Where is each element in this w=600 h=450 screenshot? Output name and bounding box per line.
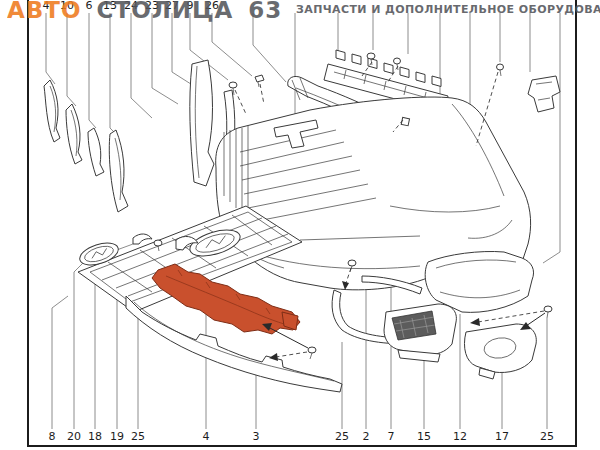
part-number-label[interactable]: 17 <box>495 431 509 443</box>
part-number-label[interactable]: 2 <box>363 431 370 443</box>
parts-diagram-image: 410613242327926 82018192543252715121725 … <box>0 0 600 450</box>
screw-icon <box>308 347 316 359</box>
part-number-label[interactable]: 18 <box>88 431 102 443</box>
watermark-brand-avto: АВТО <box>7 0 82 23</box>
part-number-label[interactable]: 12 <box>453 431 467 443</box>
nut-icon <box>401 117 409 125</box>
exploded-view-drawing <box>0 0 600 450</box>
part-corner-cover <box>425 251 533 312</box>
part-number-label[interactable]: 15 <box>417 431 431 443</box>
screw-icon <box>544 306 552 318</box>
part-number-label[interactable]: 25 <box>335 431 349 443</box>
watermark-tagline: ЗАПЧАСТИ И ДОПОЛНИТЕЛЬНОЕ ОБОРУДОВАНИЕ <box>296 3 600 16</box>
part-number-label[interactable]: 7 <box>388 431 395 443</box>
part-fog-bezel-left <box>384 304 456 362</box>
part-number-label[interactable]: 25 <box>540 431 554 443</box>
part-number-label[interactable]: 20 <box>67 431 81 443</box>
watermark-brand-stolitsa: СТОЛИЦА <box>97 0 234 23</box>
part-number-label[interactable]: 25 <box>131 431 145 443</box>
clip-icon <box>255 75 264 87</box>
part-side-trim-strips <box>44 80 128 212</box>
watermark-logo: АВТО СТОЛИЦА 63 <box>7 0 282 23</box>
part-number-label[interactable]: 19 <box>110 431 124 443</box>
part-fog-bezel-right <box>464 324 536 379</box>
part-number-label[interactable]: 3 <box>253 431 260 443</box>
part-number-label[interactable]: 4 <box>203 431 210 443</box>
part-number-label[interactable]: 8 <box>49 431 56 443</box>
part-beam-end-bracket <box>528 76 560 112</box>
watermark-brand-63: 63 <box>248 0 282 23</box>
